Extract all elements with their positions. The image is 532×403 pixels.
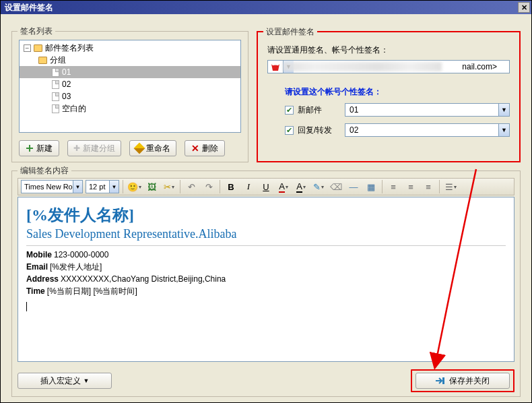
reply-label: 回复/转发 bbox=[298, 125, 341, 136]
reply-combo[interactable]: 02 ▼ bbox=[345, 123, 510, 137]
tree-item-02[interactable]: 02 bbox=[20, 78, 240, 90]
account-combo[interactable]: nail.com> ▼ bbox=[267, 60, 510, 73]
list-button[interactable]: ☰ bbox=[443, 179, 458, 194]
pencil-icon bbox=[134, 143, 145, 154]
group-label: 编辑签名内容 bbox=[18, 165, 71, 177]
tree-item-01[interactable]: 01 bbox=[20, 66, 240, 78]
new-button-label: 新建 bbox=[36, 143, 53, 154]
editor-area[interactable]: [%发件人名称] Sales Development Representativ… bbox=[18, 197, 514, 362]
sig-address-label: Address bbox=[26, 274, 59, 284]
emoji-button[interactable]: 🙂 bbox=[127, 179, 141, 194]
sig-mobile-label: Mobile bbox=[26, 250, 52, 259]
chevron-down-icon[interactable]: ▼ bbox=[498, 124, 509, 136]
sig-name: [%发件人名称] bbox=[26, 204, 506, 226]
new-group-label: 新建分组 bbox=[83, 143, 115, 154]
reply-row: ✔ 回复/转发 02 ▼ bbox=[285, 123, 510, 137]
font-color-button[interactable]: A bbox=[276, 179, 291, 194]
blurred-account bbox=[283, 62, 442, 71]
screenshot-button[interactable]: ✂ bbox=[162, 179, 176, 194]
close-button[interactable]: ✕ bbox=[518, 2, 530, 13]
insert-macro-button[interactable]: 插入宏定义 ▼ bbox=[18, 373, 112, 389]
tree-root-label: 邮件签名列表 bbox=[45, 42, 94, 54]
svg-rect-0 bbox=[442, 377, 444, 384]
page-icon bbox=[52, 104, 59, 113]
align-center-button[interactable]: ≡ bbox=[403, 179, 418, 194]
titlebar: 设置邮件签名 ✕ bbox=[1, 1, 531, 14]
new-button[interactable]: 新建 bbox=[19, 140, 59, 156]
sig-mobile-line: Mobile 123-0000-0000 bbox=[26, 250, 506, 260]
sig-mobile-value: 123-0000-0000 bbox=[54, 250, 108, 259]
delete-button[interactable]: ✕ 删除 bbox=[185, 140, 225, 156]
set-signature-group: 设置邮件签名 请设置通用签名、帐号个性签名： nail.com> ▼ 请设置这个… bbox=[257, 31, 521, 162]
tree-root[interactable]: − 邮件签名列表 bbox=[20, 42, 240, 54]
sig-title: Sales Development Representative.Alibaba bbox=[26, 227, 506, 241]
highlight-button[interactable]: ✎ bbox=[311, 179, 326, 194]
font-size-value: 12 pt bbox=[89, 183, 105, 191]
align-left-button[interactable]: ≡ bbox=[386, 179, 401, 194]
window-title: 设置邮件签名 bbox=[5, 2, 53, 13]
align-right-button[interactable]: ≡ bbox=[421, 179, 436, 194]
table-button[interactable]: ▦ bbox=[364, 179, 378, 194]
rename-label: 重命名 bbox=[146, 143, 170, 154]
undo-button[interactable]: ↶ bbox=[184, 179, 199, 194]
edit-signature-group: 编辑签名内容 Times New Ro ▼ 12 pt ▼ 🙂 🖼 ✂ ↶ ↷ … bbox=[11, 170, 521, 397]
redo-button[interactable]: ↷ bbox=[201, 179, 216, 194]
delete-icon: ✕ bbox=[191, 143, 199, 154]
clear-format-button[interactable]: ⌫ bbox=[329, 179, 343, 194]
new-group-button[interactable]: ✚ 新建分组 bbox=[67, 140, 121, 156]
separator bbox=[123, 180, 123, 193]
insert-image-button[interactable]: 🖼 bbox=[144, 179, 159, 194]
bold-button[interactable]: B bbox=[224, 179, 238, 194]
sig-email-line: Email [%发件人地址] bbox=[26, 261, 506, 273]
new-mail-row: ✔ 新邮件 01 ▼ bbox=[285, 102, 510, 117]
separator bbox=[220, 180, 220, 193]
italic-button[interactable]: I bbox=[241, 179, 256, 194]
account-tail: nail.com> bbox=[461, 61, 497, 73]
save-highlight: 保存并关闭 bbox=[411, 369, 514, 392]
tree-group[interactable]: 分组 bbox=[20, 54, 240, 66]
rename-button[interactable]: 重命名 bbox=[129, 140, 176, 156]
save-arrow-icon bbox=[436, 377, 445, 384]
sig-email-label: Email bbox=[26, 262, 48, 272]
edit-bottom-row: 插入宏定义 ▼ 保存并关闭 bbox=[18, 372, 514, 390]
new-mail-label: 新邮件 bbox=[298, 104, 341, 116]
tree-item-blank[interactable]: 空白的 bbox=[20, 102, 240, 115]
page-icon bbox=[52, 92, 59, 101]
chevron-down-icon[interactable]: ▼ bbox=[109, 181, 119, 193]
collapse-icon[interactable]: − bbox=[24, 44, 31, 52]
account-row: nail.com> ▼ bbox=[267, 59, 510, 74]
new-mail-value: 01 bbox=[350, 105, 498, 115]
separator bbox=[180, 180, 180, 193]
save-close-label: 保存并关闭 bbox=[449, 375, 490, 387]
hr-button[interactable]: — bbox=[346, 179, 361, 194]
new-mail-combo[interactable]: 01 ▼ bbox=[345, 103, 510, 117]
tree-button-row: 新建 ✚ 新建分组 重命名 ✕ 删除 bbox=[19, 140, 241, 156]
font-color2-button[interactable]: A bbox=[294, 179, 308, 194]
reply-checkbox[interactable]: ✔ bbox=[285, 126, 294, 135]
font-size-select[interactable]: 12 pt ▼ bbox=[86, 180, 119, 193]
underline-button[interactable]: U bbox=[259, 179, 273, 194]
new-mail-checkbox[interactable]: ✔ bbox=[285, 106, 294, 115]
tree-item-label: 01 bbox=[62, 67, 71, 77]
chevron-down-icon[interactable]: ▼ bbox=[498, 104, 509, 116]
tree-item-03[interactable]: 03 bbox=[20, 90, 240, 102]
save-close-button[interactable]: 保存并关闭 bbox=[415, 373, 510, 389]
group-label: 签名列表 bbox=[18, 26, 55, 37]
sig-address-line: Address XXXXXXXXX,ChaoYang District,Beij… bbox=[26, 274, 506, 284]
page-icon bbox=[52, 68, 59, 77]
sig-time-line: Time [%当前日期] [%当前时间] bbox=[26, 286, 506, 297]
signature-tree[interactable]: − 邮件签名列表 分组 01 02 03 空白的 bbox=[19, 40, 241, 133]
sig-divider bbox=[26, 245, 506, 246]
page-icon bbox=[52, 80, 59, 89]
separator bbox=[439, 180, 440, 193]
tree-item-label: 空白的 bbox=[62, 103, 86, 115]
foxmail-icon bbox=[269, 61, 281, 73]
font-family-select[interactable]: Times New Ro ▼ bbox=[21, 180, 83, 193]
group-label: 设置邮件签名 bbox=[263, 26, 317, 38]
chevron-down-icon[interactable]: ▼ bbox=[73, 181, 82, 193]
set-prompt: 请设置通用签名、帐号个性签名： bbox=[267, 44, 389, 56]
chevron-down-icon: ▼ bbox=[84, 377, 90, 384]
sig-email-value: [%发件人地址] bbox=[50, 262, 102, 272]
sig-time-value: [%当前日期] [%当前时间] bbox=[47, 286, 137, 296]
tree-group-label: 分组 bbox=[50, 55, 66, 66]
